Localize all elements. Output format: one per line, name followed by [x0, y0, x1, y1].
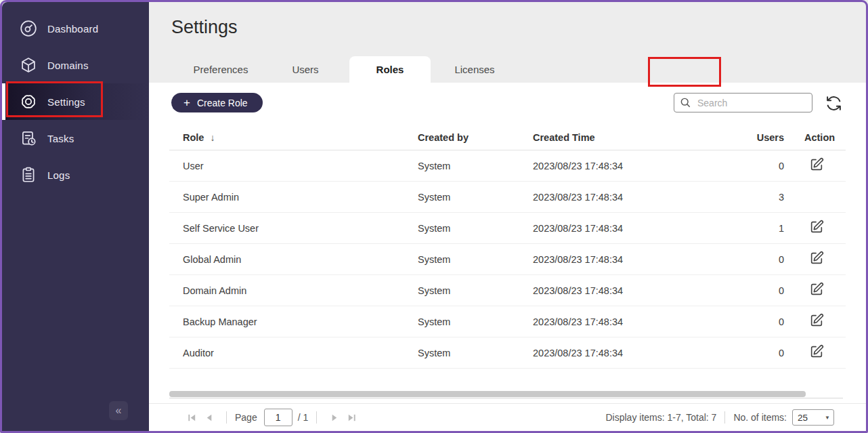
last-page-button[interactable]	[346, 412, 357, 423]
created-time-cell: 2023/08/23 17:48:34	[519, 223, 722, 234]
sidebar-item-domains[interactable]: Domains	[2, 47, 149, 83]
created-time-cell: 2023/08/23 17:48:34	[519, 348, 722, 358]
column-header-users[interactable]: Users	[722, 132, 784, 143]
users-count-cell: 1	[722, 223, 784, 234]
logs-icon	[20, 166, 37, 184]
tab-roles[interactable]: Roles	[349, 56, 431, 83]
pagination-controls: Page / 1	[183, 409, 360, 426]
edit-role-button[interactable]	[809, 344, 825, 360]
pagination-bar: Page / 1 Display items: 1-7, Total: 7 No…	[149, 403, 866, 431]
edit-role-button[interactable]	[809, 312, 825, 329]
role-name-cell: Global Admin	[169, 254, 404, 265]
collapse-chevrons-icon: «	[116, 405, 122, 417]
users-count-cell: 0	[722, 285, 784, 296]
display-items-text: Display items: 1-7, Total: 7	[605, 412, 716, 423]
created-time-cell: 2023/08/23 17:48:34	[519, 285, 722, 296]
previous-page-icon	[204, 413, 215, 423]
role-name-cell: Domain Admin	[169, 285, 404, 296]
tab-licenses[interactable]: Licenses	[434, 56, 515, 83]
edit-icon	[809, 220, 824, 234]
sidebar-item-dashboard[interactable]: Dashboard	[2, 10, 149, 47]
tab-bar: Preferences Users Roles Licenses	[149, 56, 866, 83]
column-header-role[interactable]: Role ↓	[169, 132, 404, 143]
role-name-cell: Auditor	[169, 348, 404, 358]
sidebar: Dashboard Domains Sett	[2, 2, 149, 431]
table-row[interactable]: Self Service User System 2023/08/23 17:4…	[169, 212, 846, 243]
page-label: Page	[235, 412, 257, 423]
sidebar-item-label: Logs	[47, 169, 70, 181]
edit-role-button[interactable]	[809, 250, 825, 266]
settings-gear-icon	[20, 93, 37, 110]
table-row[interactable]: Domain Admin System 2023/08/23 17:48:34 …	[169, 274, 846, 306]
roles-table: Role ↓ Created by Created Time Users Act…	[169, 125, 846, 369]
horizontal-scrollbar[interactable]	[169, 391, 843, 398]
scrollbar-thumb[interactable]	[169, 391, 806, 397]
column-header-created-by[interactable]: Created by	[404, 132, 519, 143]
create-role-label: Create Role	[197, 98, 248, 108]
created-by-cell: System	[404, 161, 519, 171]
app-window: Dashboard Domains Sett	[0, 0, 868, 433]
first-page-icon	[187, 413, 197, 423]
refresh-button[interactable]	[824, 93, 844, 113]
last-page-icon	[347, 413, 357, 423]
table-body: User System 2023/08/23 17:48:34 0 Super …	[169, 150, 846, 369]
create-role-button[interactable]: + Create Role	[171, 93, 263, 112]
created-by-cell: System	[404, 316, 519, 327]
created-by-cell: System	[404, 348, 519, 358]
edit-role-button[interactable]	[809, 219, 825, 235]
action-cell	[784, 344, 846, 362]
sidebar-item-label: Dashboard	[47, 23, 98, 35]
divider	[316, 411, 317, 424]
sidebar-item-tasks[interactable]: Tasks	[2, 120, 149, 157]
table-row[interactable]: Auditor System 2023/08/23 17:48:34 0	[169, 337, 846, 369]
edit-icon	[809, 251, 824, 266]
roles-panel: + Create Role	[149, 83, 866, 431]
page-title: Settings	[171, 17, 238, 38]
items-per-page-select[interactable]: 25 ▼	[792, 409, 834, 426]
first-page-button[interactable]	[186, 412, 197, 423]
created-time-cell: 2023/08/23 17:48:34	[519, 161, 722, 171]
tab-preferences[interactable]: Preferences	[180, 56, 261, 83]
items-per-page-label: No. of items:	[733, 412, 787, 423]
tasks-icon	[20, 129, 37, 147]
sort-descending-icon[interactable]: ↓	[210, 132, 215, 143]
action-cell	[784, 250, 846, 268]
refresh-icon	[825, 95, 842, 112]
next-page-button[interactable]	[328, 412, 339, 423]
items-per-page-value: 25	[798, 413, 808, 423]
role-name-cell: Self Service User	[169, 223, 404, 234]
created-time-cell: 2023/08/23 17:48:34	[519, 192, 722, 203]
edit-role-button[interactable]	[809, 157, 825, 173]
created-by-cell: System	[404, 223, 519, 234]
created-by-cell: System	[404, 254, 519, 265]
edit-icon	[809, 344, 824, 359]
column-header-action: Action	[784, 132, 846, 143]
column-header-created-time[interactable]: Created Time	[519, 132, 722, 143]
table-row[interactable]: Backup Manager System 2023/08/23 17:48:3…	[169, 306, 846, 337]
sidebar-nav: Dashboard Domains Sett	[2, 2, 149, 193]
action-cell	[784, 219, 846, 237]
users-count-cell: 0	[722, 254, 784, 265]
sidebar-item-logs[interactable]: Logs	[2, 157, 149, 193]
edit-icon	[809, 282, 824, 297]
search-input[interactable]	[696, 97, 821, 109]
table-row[interactable]: User System 2023/08/23 17:48:34 0	[169, 150, 846, 181]
sidebar-collapse-button[interactable]: «	[109, 401, 128, 420]
created-time-cell: 2023/08/23 17:48:34	[519, 316, 722, 327]
edit-role-button[interactable]	[809, 281, 825, 297]
table-row[interactable]: Super Admin System 2023/08/23 17:48:34 3	[169, 181, 846, 212]
main-area: Settings Preferences Users Roles License…	[149, 2, 866, 431]
previous-page-button[interactable]	[204, 412, 215, 423]
action-cell	[784, 281, 846, 300]
sidebar-item-label: Tasks	[47, 133, 74, 144]
divider	[226, 411, 227, 424]
table-row[interactable]: Global Admin System 2023/08/23 17:48:34 …	[169, 243, 846, 274]
tab-users[interactable]: Users	[265, 56, 346, 83]
sidebar-item-settings[interactable]: Settings	[2, 83, 149, 120]
action-cell	[784, 188, 846, 206]
divider	[724, 411, 725, 424]
chevron-down-icon: ▼	[825, 415, 830, 421]
edit-icon	[809, 313, 824, 328]
page-number-input[interactable]	[264, 409, 292, 426]
sidebar-item-label: Domains	[47, 60, 89, 71]
